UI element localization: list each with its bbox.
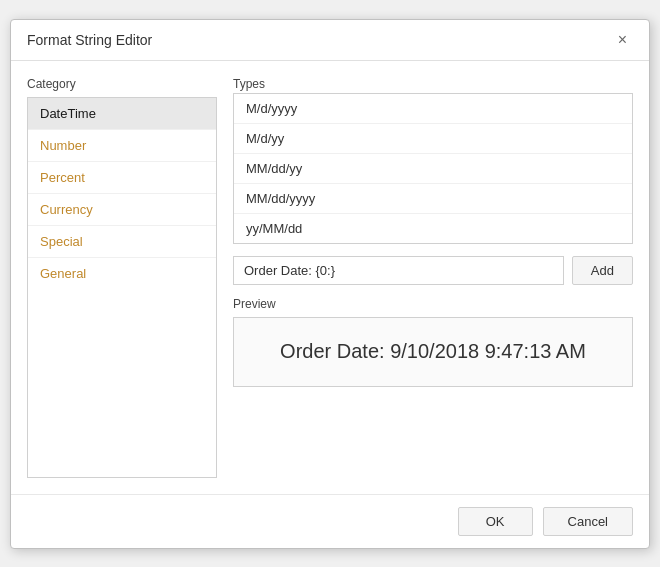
dialog-footer: OK Cancel — [11, 494, 649, 548]
types-label: Types — [233, 77, 633, 91]
category-label: Category — [27, 77, 217, 91]
preview-text: Order Date: 9/10/2018 9:47:13 AM — [280, 340, 586, 363]
type-item-2[interactable]: M/d/yy — [234, 124, 632, 154]
category-item-special[interactable]: Special — [28, 226, 216, 258]
category-item-number[interactable]: Number — [28, 130, 216, 162]
dialog-title: Format String Editor — [27, 32, 152, 48]
add-button[interactable]: Add — [572, 256, 633, 285]
format-input[interactable] — [233, 256, 564, 285]
category-item-general[interactable]: General — [28, 258, 216, 289]
preview-label: Preview — [233, 297, 633, 311]
close-button[interactable]: × — [612, 30, 633, 50]
preview-section: Preview Order Date: 9/10/2018 9:47:13 AM — [233, 297, 633, 387]
ok-button[interactable]: OK — [458, 507, 533, 536]
right-panel: Types M/d/yyyy M/d/yy MM/dd/yy MM/dd/yyy… — [233, 77, 633, 478]
preview-box: Order Date: 9/10/2018 9:47:13 AM — [233, 317, 633, 387]
category-item-percent[interactable]: Percent — [28, 162, 216, 194]
type-item-4[interactable]: MM/dd/yyyy — [234, 184, 632, 214]
category-item-datetime[interactable]: DateTime — [28, 98, 216, 130]
types-list: M/d/yyyy M/d/yy MM/dd/yy MM/dd/yyyy yy/M… — [233, 93, 633, 244]
category-list: DateTime Number Percent Currency Special… — [27, 97, 217, 478]
cancel-button[interactable]: Cancel — [543, 507, 633, 536]
title-bar: Format String Editor × — [11, 20, 649, 61]
dialog-body: Category DateTime Number Percent Currenc… — [11, 61, 649, 494]
type-item-1[interactable]: M/d/yyyy — [234, 94, 632, 124]
category-item-currency[interactable]: Currency — [28, 194, 216, 226]
left-panel: Category DateTime Number Percent Currenc… — [27, 77, 217, 478]
types-section: Types M/d/yyyy M/d/yy MM/dd/yy MM/dd/yyy… — [233, 77, 633, 244]
type-item-3[interactable]: MM/dd/yy — [234, 154, 632, 184]
format-input-row: Add — [233, 256, 633, 285]
type-item-5[interactable]: yy/MM/dd — [234, 214, 632, 243]
format-string-editor-dialog: Format String Editor × Category DateTime… — [10, 19, 650, 549]
